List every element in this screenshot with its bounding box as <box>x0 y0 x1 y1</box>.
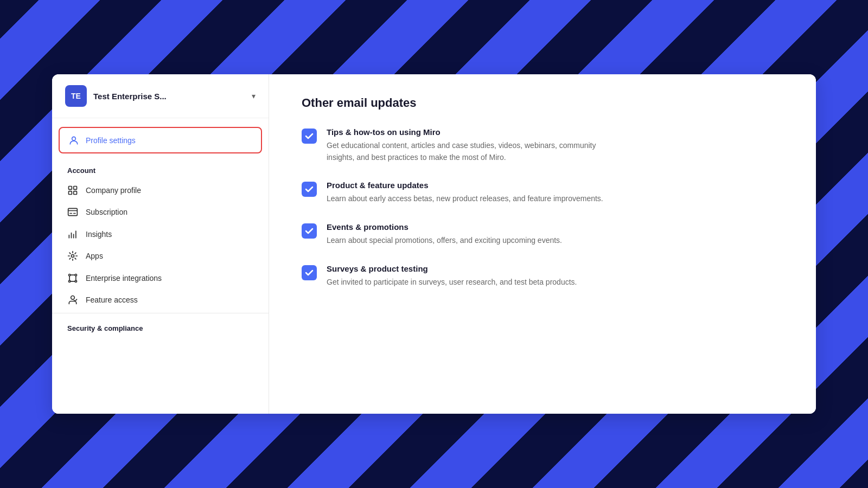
main-panel: TE Test Enterprise S... ▾ Profile settin… <box>52 74 816 414</box>
sidebar: TE Test Enterprise S... ▾ Profile settin… <box>52 74 269 414</box>
security-section-header: Security & compliance <box>52 316 269 337</box>
tips-title: Tips & how-tos on using Miro <box>327 127 783 137</box>
account-section-header: Account <box>52 158 269 179</box>
apps-icon <box>67 251 78 262</box>
email-item-events: Events & promotions Learn about special … <box>302 222 783 247</box>
svg-rect-3 <box>69 191 72 194</box>
email-item-tips: Tips & how-tos on using Miro Get educati… <box>302 127 783 163</box>
email-item-product-updates: Product & feature updates Learn about ea… <box>302 181 783 205</box>
profile-icon <box>68 134 79 146</box>
sidebar-item-profile-settings[interactable]: Profile settings <box>59 127 262 153</box>
sidebar-item-company-profile[interactable]: Company profile <box>52 179 269 201</box>
main-content: Other email updates Tips & how-tos on us… <box>269 74 816 414</box>
company-profile-label: Company profile <box>86 186 141 195</box>
profile-settings-label: Profile settings <box>86 136 136 145</box>
product-updates-title: Product & feature updates <box>327 181 783 190</box>
tips-checkbox[interactable] <box>302 129 317 144</box>
insights-icon <box>67 228 78 240</box>
chevron-down-icon: ▾ <box>252 92 256 100</box>
avatar: TE <box>65 85 87 107</box>
surveys-title: Surveys & product testing <box>327 264 783 273</box>
workspace-header[interactable]: TE Test Enterprise S... ▾ <box>52 74 269 118</box>
svg-point-0 <box>72 137 76 141</box>
workspace-name: Test Enterprise S... <box>93 92 245 101</box>
events-content: Events & promotions Learn about special … <box>327 222 783 247</box>
integrations-icon <box>67 272 78 284</box>
company-profile-icon <box>67 184 78 196</box>
svg-point-11 <box>71 296 75 300</box>
svg-rect-4 <box>74 191 77 194</box>
product-updates-checkbox[interactable] <box>302 182 317 197</box>
feature-access-label: Feature access <box>86 296 138 304</box>
svg-rect-5 <box>68 209 78 216</box>
svg-rect-1 <box>69 186 72 189</box>
sidebar-item-feature-access[interactable]: Feature access <box>52 289 269 311</box>
subscription-label: Subscription <box>86 208 127 216</box>
sidebar-divider <box>52 313 269 313</box>
sidebar-item-enterprise-integrations[interactable]: Enterprise integrations <box>52 267 269 289</box>
surveys-content: Surveys & product testing Get invited to… <box>327 264 783 288</box>
sidebar-item-insights[interactable]: Insights <box>52 223 269 245</box>
surveys-desc: Get invited to participate in surveys, u… <box>327 277 609 288</box>
events-desc: Learn about special promotions, offers, … <box>327 235 609 247</box>
sidebar-item-subscription[interactable]: Subscription <box>52 201 269 223</box>
email-item-surveys: Surveys & product testing Get invited to… <box>302 264 783 288</box>
svg-rect-2 <box>74 186 77 189</box>
product-updates-desc: Learn about early access betas, new prod… <box>327 193 609 205</box>
page-title: Other email updates <box>302 96 783 110</box>
sidebar-item-apps[interactable]: Apps <box>52 245 269 267</box>
tips-desc: Get educational content, articles and ca… <box>327 140 609 163</box>
svg-point-6 <box>72 255 74 258</box>
product-updates-content: Product & feature updates Learn about ea… <box>327 181 783 205</box>
events-title: Events & promotions <box>327 222 783 232</box>
events-checkbox[interactable] <box>302 223 317 239</box>
feature-access-icon <box>67 294 78 306</box>
insights-label: Insights <box>86 230 112 239</box>
tips-content: Tips & how-tos on using Miro Get educati… <box>327 127 783 163</box>
enterprise-integrations-label: Enterprise integrations <box>86 274 162 282</box>
subscription-icon <box>67 207 78 218</box>
apps-label: Apps <box>86 252 103 260</box>
surveys-checkbox[interactable] <box>302 265 317 280</box>
